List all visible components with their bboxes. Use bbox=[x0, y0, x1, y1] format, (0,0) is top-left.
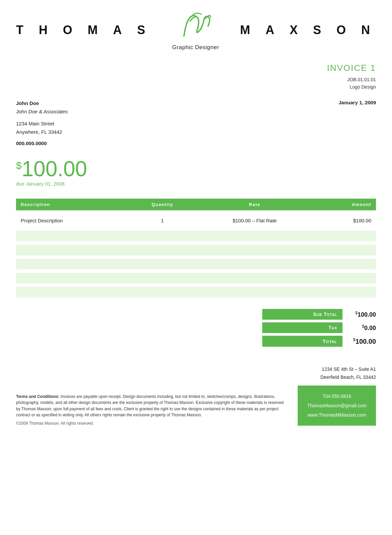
col-description-header: Description bbox=[16, 199, 128, 210]
cell-description: Project Description bbox=[16, 214, 128, 227]
cell-quantity: 1 bbox=[128, 214, 196, 227]
cell-rate: $100.00 – Flat Rate bbox=[196, 214, 313, 227]
invoice-date: January 1, 2009 bbox=[338, 99, 376, 148]
letter-H: H bbox=[39, 23, 54, 37]
totals-table: Sub Total $100.00 Tax $0.00 Total $100.0… bbox=[262, 309, 376, 349]
empty-row-9 bbox=[16, 284, 376, 287]
footer-address2: Deerfield Beach, FL 33442 bbox=[16, 373, 376, 382]
client-name: John Doe bbox=[16, 99, 68, 108]
name-left: T H O M A S bbox=[16, 23, 151, 37]
empty-row-10 bbox=[16, 287, 376, 298]
letter-N: N bbox=[361, 23, 376, 37]
letter-A: A bbox=[113, 23, 128, 37]
spacer-row-top bbox=[16, 210, 376, 214]
empty-row-bottom bbox=[16, 298, 376, 301]
letter-O2: O bbox=[336, 23, 352, 37]
footer-terms: Terms and Conditions: Invoices are payab… bbox=[16, 394, 284, 418]
client-address1: 1234 Main Street bbox=[16, 119, 68, 128]
amount-section: $100.00 due January 01, 2008 bbox=[0, 147, 392, 187]
currency-symbol: $ bbox=[16, 160, 22, 171]
empty-row-8 bbox=[16, 273, 376, 284]
empty-row-6 bbox=[16, 259, 376, 270]
table-section: Description Quantity Rate Amount Project… bbox=[0, 187, 392, 301]
col-rate-header: Rate bbox=[196, 199, 313, 210]
empty-row-7 bbox=[16, 270, 376, 273]
footer-address-wrapper: 1234 SE 4th St – Suite A1 Deerfield Beac… bbox=[0, 349, 392, 382]
empty-row-3 bbox=[16, 241, 376, 245]
client-section: John Doe John Doe & Associates 1234 Main… bbox=[0, 91, 392, 148]
tax-row: Tax $0.00 bbox=[262, 322, 376, 333]
amount-value: 100.00 bbox=[22, 157, 87, 181]
col-amount-header: Amount bbox=[313, 199, 376, 210]
invoice-title: INVOICE 1 bbox=[327, 63, 376, 73]
invoice-job-number: JOB.01.01.01 Logo Design bbox=[327, 76, 376, 91]
footer-address: 1234 SE 4th St – Suite A1 Deerfield Beac… bbox=[16, 365, 376, 382]
footer-address1: 1234 SE 4th St – Suite A1 bbox=[16, 365, 376, 373]
footer-phone: 704.555.0816 bbox=[307, 392, 367, 401]
page-header: T H O M A S Graphic Designer M A X S O N bbox=[0, 0, 392, 51]
letter-A2: A bbox=[266, 23, 280, 37]
col-quantity-header: Quantity bbox=[128, 199, 196, 210]
letter-T: T bbox=[16, 23, 29, 37]
invoice-info: INVOICE 1 JOB.01.01.01 Logo Design bbox=[327, 63, 376, 91]
footer-bottom: Terms and Conditions: Invoices are payab… bbox=[0, 382, 392, 439]
invoice-table: Description Quantity Rate Amount Project… bbox=[16, 199, 376, 301]
letter-X: X bbox=[290, 23, 304, 37]
subtotal-label: Sub Total bbox=[262, 309, 342, 320]
footer-contact-box: 704.555.0816 ThomasMaxson@gmail.com www.… bbox=[298, 386, 376, 426]
logo: Graphic Designer bbox=[172, 9, 219, 51]
footer-website: www.ThomasMMaxson.com bbox=[307, 410, 367, 420]
tax-label: Tax bbox=[262, 322, 342, 333]
table-header-row: Description Quantity Rate Amount bbox=[16, 199, 376, 210]
terms-title: Terms and Conditions: bbox=[16, 394, 60, 399]
letter-S: S bbox=[137, 23, 151, 37]
table-row: Project Description 1 $100.00 – Flat Rat… bbox=[16, 214, 376, 227]
due-date: due January 01, 2008 bbox=[16, 181, 376, 187]
total-label: Total bbox=[262, 336, 342, 347]
client-info: John Doe John Doe & Associates 1234 Main… bbox=[16, 99, 68, 148]
client-phone: 000.000.0000 bbox=[16, 139, 68, 148]
name-right: M A X S O N bbox=[240, 23, 376, 37]
letter-S2: S bbox=[313, 23, 327, 37]
totals-section: Sub Total $100.00 Tax $0.00 Total $100.0… bbox=[0, 301, 392, 349]
total-value: $100.00 bbox=[342, 337, 376, 345]
empty-row-1 bbox=[16, 227, 376, 231]
total-row: Total $100.00 bbox=[262, 336, 376, 347]
footer-terms-section: Terms and Conditions: Invoices are payab… bbox=[16, 394, 284, 426]
client-company: John Doe & Associates bbox=[16, 107, 68, 116]
empty-row-4 bbox=[16, 245, 376, 255]
footer-copyright: ©2009 Thomas Maxson. All rights reserved… bbox=[16, 421, 284, 426]
tagline: Graphic Designer bbox=[172, 44, 219, 51]
letter-M: M bbox=[88, 23, 104, 37]
subtotal-value: $100.00 bbox=[342, 311, 376, 318]
amount-large: $100.00 bbox=[16, 158, 376, 180]
invoice-top: INVOICE 1 JOB.01.01.01 Logo Design bbox=[0, 51, 392, 91]
client-address2: Anywhere, FL 33442 bbox=[16, 128, 68, 136]
empty-row-5 bbox=[16, 255, 376, 259]
letter-M2: M bbox=[240, 23, 256, 37]
cell-amount: $100.00 bbox=[313, 214, 376, 227]
footer-email: ThomasMaxson@gmail.com bbox=[307, 401, 367, 410]
tax-value: $0.00 bbox=[342, 324, 376, 332]
logo-icon bbox=[177, 9, 214, 43]
subtotal-row: Sub Total $100.00 bbox=[262, 309, 376, 320]
empty-row-2 bbox=[16, 231, 376, 241]
letter-O: O bbox=[63, 23, 78, 37]
